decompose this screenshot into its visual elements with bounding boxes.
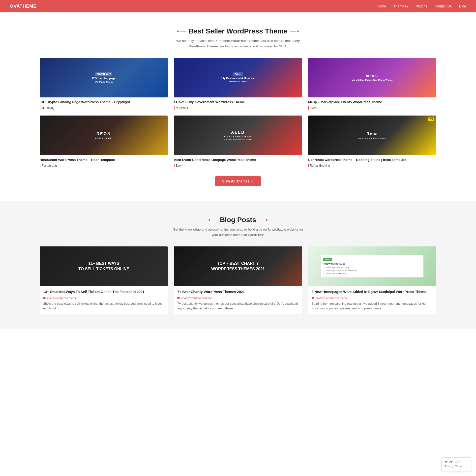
theme-card-cat-0: Marketing (40, 106, 168, 110)
theme-card-img-2: meup. Marketplace Events WordPress Theme (308, 58, 436, 97)
blog-card-tag-1: charity wordpress theme (177, 297, 298, 299)
nav-contact[interactable]: Contact Us (435, 4, 452, 8)
right-dash (290, 31, 296, 31)
blog-card-body-0: 13+ Smartest Ways To Sell Tickets Online… (40, 286, 168, 314)
left-dot (177, 30, 179, 32)
tag-dot-1 (177, 297, 180, 299)
blog-subtitle-line2: your business based on WordPress (212, 233, 265, 237)
theme-card-cat-1: NonProfit (174, 106, 302, 110)
blog-grid: 11+ BEST WAYSTO SELL TICKETS ONLINE 13+ … (40, 246, 436, 314)
tag-text-0: event wordpress theme (47, 297, 77, 299)
theme-card-img-0: CRYPTLIGHT ICO Landing page WordPress Th… (40, 58, 168, 97)
blog-title-left-decorator (208, 219, 217, 221)
blog-title-text: Blog Posts (220, 216, 256, 224)
blog-left-dash (211, 220, 217, 220)
theme-card-3[interactable]: REON RESTAURANT Restaurant WordPress The… (40, 116, 168, 167)
theme-card-title-0: ICO Crypto Landing Page WordPress Theme … (40, 100, 168, 105)
theme-card-img-5: Reca Car Rental WordPress Theme WP (308, 116, 436, 155)
theme-preview-3: REON RESTAURANT (40, 130, 168, 141)
theme-card-title-4: Aleb Event Conference Onepage WordPress … (174, 158, 302, 162)
blog-section-title: Blog Posts (40, 216, 436, 224)
blog-left-dot (208, 219, 210, 221)
blog-card-2[interactable]: EGovt 3 NEW HOMEPAGES ✓ Homepage - Polit… (308, 246, 436, 314)
themes-section: Best Seller WordPress Theme We not only … (0, 12, 476, 201)
themes-grid: CRYPTLIGHT ICO Landing page WordPress Th… (40, 58, 436, 167)
blog-card-0[interactable]: 11+ BEST WAYSTO SELL TICKETS ONLINE 13+ … (40, 246, 168, 314)
theme-preview-4: ALEB EVENT & CONFERENCE ONEPAGE CONFEREN… (174, 128, 302, 143)
theme-preview-0: CRYPTLIGHT ICO Landing page WordPress Th… (40, 70, 168, 85)
theme-card-title-2: Meup – Marketplace Events WordPress Them… (308, 100, 436, 105)
blog-card-img-1: TOP 7 BEST CHARITYWORDPRESS THEMES 2021 (174, 246, 302, 286)
tag-dot-2 (312, 297, 314, 299)
theme-card-title-1: EGovt – City Government WordPress Theme (174, 100, 302, 105)
theme-card-img-1: EGovt City Government & Municipal WordPr… (174, 58, 302, 97)
blog-img-overlay-0: 11+ BEST WAYSTO SELL TICKETS ONLINE (40, 246, 168, 286)
blog-card-img-0: 11+ BEST WAYSTO SELL TICKETS ONLINE (40, 246, 168, 286)
tag-text-1: charity wordpress theme (181, 297, 212, 299)
blog-img-overlay-1: TOP 7 BEST CHARITYWORDPRESS THEMES 2021 (174, 246, 302, 286)
theme-card-2[interactable]: meup. Marketplace Events WordPress Theme… (308, 58, 436, 110)
themes-subtitle: We not only provide clean & modern WordP… (40, 38, 436, 49)
blog-card-title-2: 3 New Homepages Were Added In Egovt Muni… (312, 290, 433, 295)
theme-preview-2: meup. Marketplace Events WordPress Theme (308, 72, 436, 83)
blog-card-title-0: 13+ Smartest Ways To Sell Tickets Online… (43, 290, 164, 295)
theme-card-4[interactable]: ALEB EVENT & CONFERENCE ONEPAGE CONFEREN… (174, 116, 302, 167)
blog-title-right-decorator (259, 219, 268, 221)
theme-card-img-4: ALEB EVENT & CONFERENCE ONEPAGE CONFEREN… (174, 116, 302, 155)
blog-card-body-1: 7+ Best Charity WordPress Themes 2021 ch… (174, 286, 302, 314)
theme-card-1[interactable]: EGovt City Government & Municipal WordPr… (174, 58, 302, 110)
theme-card-cat-5: Rental Booking (308, 164, 436, 167)
blog-right-dash (259, 220, 265, 220)
nav-blog[interactable]: Blog (459, 4, 466, 8)
theme-card-title-3: Restaurant WordPress Theme – Reon Templa… (40, 158, 168, 162)
blog-subtitle: Get the knowledge and awesome tips you n… (40, 227, 436, 238)
theme-card-0[interactable]: CRYPTLIGHT ICO Landing page WordPress Th… (40, 58, 168, 110)
themes-subtitle-line1: We not only provide clean & modern WordP… (176, 39, 300, 43)
nav-home[interactable]: Home (377, 4, 386, 8)
title-right-decorator (290, 30, 299, 32)
theme-card-cat-4: Event (174, 164, 302, 167)
tag-text-2: political wordpress theme (316, 297, 348, 299)
themes-title-text: Best Seller WordPress Theme (189, 27, 287, 35)
view-all-themes-button[interactable]: View All Themes → (215, 176, 261, 186)
themes-section-title: Best Seller WordPress Theme (40, 27, 436, 35)
theme-card-img-3: REON RESTAURANT (40, 116, 168, 155)
view-all-themes-container: View All Themes → (40, 176, 436, 186)
blog-card-tag-2: political wordpress theme (312, 297, 433, 299)
blog-card-body-2: 3 New Homepages Were Added In Egovt Muni… (308, 286, 436, 314)
blog-card-excerpt-1: 7+ best charity wordpress themes our spe… (177, 301, 298, 311)
themes-subtitle-line2: WordPress Themes are high-performance an… (189, 44, 287, 48)
right-dot (297, 30, 299, 32)
blog-section: Blog Posts Get the knowledge and awesome… (0, 201, 476, 329)
blog-card-tag-0: event wordpress theme (43, 297, 164, 299)
theme-card-cat-3: Restaurants (40, 164, 168, 167)
tag-dot-0 (43, 297, 46, 299)
theme-preview-5: Reca Car Rental WordPress Theme (308, 130, 436, 141)
blog-right-dot (266, 219, 268, 221)
blog-card-title-1: 7+ Best Charity WordPress Themes 2021 (177, 290, 298, 295)
blog-card-img-2: EGovt 3 NEW HOMEPAGES ✓ Homepage - Polit… (308, 246, 436, 286)
nav-plugins[interactable]: Plugins (416, 4, 427, 8)
theme-card-cat-2: Event (308, 106, 436, 110)
title-left-decorator (177, 30, 186, 32)
main-nav: Home Themes Plugins Contact Us Blog (377, 4, 466, 8)
blog-card-excerpt-0: Show the best ways to sell tickets onlin… (43, 301, 164, 311)
theme-badge-5: WP (428, 118, 434, 121)
blog-subtitle-line1: Get the knowledge and awesome tips you n… (173, 228, 303, 231)
theme-card-5[interactable]: Reca Car Rental WordPress Theme WP Car r… (308, 116, 436, 167)
blog-card-1[interactable]: TOP 7 BEST CHARITYWORDPRESS THEMES 2021 … (174, 246, 302, 314)
theme-card-title-5: Car rental wordpress theme – Booking onl… (308, 158, 436, 162)
left-dash (180, 31, 186, 31)
blog-card-excerpt-2: Starting from researching real needs, we… (312, 301, 433, 311)
nav-themes[interactable]: Themes (393, 4, 408, 8)
site-header: OVATHEME Home Themes Plugins Contact Us … (0, 0, 476, 12)
theme-preview-1: EGovt City Government & Municipal WordPr… (174, 70, 302, 85)
logo[interactable]: OVATHEME (10, 4, 36, 9)
